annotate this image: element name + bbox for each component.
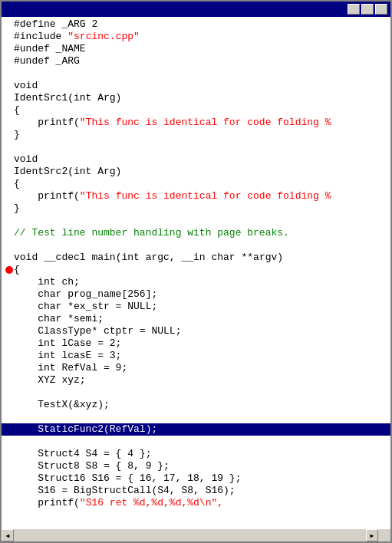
line-indicator [5,239,14,252]
code-line: printf("S16 ret %d,%d,%d,%d\n", [2,497,390,509]
code-line: char *ex_str = NULL; [2,301,390,313]
close-button[interactable] [375,4,387,15]
code-line: void __cdecl main(int argc, __in char **… [2,252,390,264]
line-indicator [5,313,14,325]
line-content: #undef _ARG [14,55,390,67]
line-content: Struct16 S16 = { 16, 17, 18, 19 }; [14,472,390,485]
line-content: char *semi; [14,313,390,325]
line-indicator [5,80,14,92]
line-indicator [5,448,14,460]
line-indicator [5,472,14,485]
line-indicator [5,178,14,190]
code-line: { [2,178,390,190]
line-content: #undef _NAME [14,43,390,55]
line-content: } [14,129,390,141]
scrollbar-corner [378,529,390,541]
code-line: void [2,153,390,166]
line-content: XYZ xyz; [14,374,390,387]
horizontal-scrollbar[interactable]: ◀ ▶ [2,529,378,541]
line-content: // Test line number handling with page b… [14,227,390,239]
line-indicator [5,288,14,301]
code-line: TestX(&xyz); [2,399,390,411]
code-line: char *semi; [2,313,390,325]
scroll-right-button[interactable]: ▶ [366,529,378,541]
line-indicator [5,104,14,117]
line-indicator [5,153,14,166]
line-content: } [14,202,390,215]
line-indicator [5,350,14,362]
line-content: printf("This func is identical for code … [14,117,390,129]
line-indicator [5,399,14,411]
line-content: int ch; [14,276,390,288]
line-indicator [5,92,14,104]
code-line: // Test line number handling with page b… [2,227,390,239]
scroll-left-button[interactable]: ◀ [2,529,14,541]
line-content [14,67,390,80]
line-content [14,411,390,423]
line-content: void __cdecl main(int argc, __in char **… [14,252,390,264]
line-content: StaticFunc2(RefVal); [14,423,390,436]
line-indicator [5,387,14,399]
line-content: char *ex_str = NULL; [14,301,390,313]
code-line: Struct16 S16 = { 16, 17, 18, 19 }; [2,472,390,485]
line-indicator [5,55,14,67]
breakpoint-icon [5,266,13,274]
code-line [2,239,390,252]
line-content [14,239,390,252]
title-bar [2,2,390,17]
line-content: IdentSrc1(int Arg) [14,92,390,104]
line-indicator [5,117,14,129]
line-content [14,215,390,227]
minimize-button[interactable] [348,4,360,15]
code-line: #undef _ARG [2,55,390,67]
code-line: } [2,202,390,215]
code-line [2,436,390,448]
code-line: printf("This func is identical for code … [2,190,390,202]
code-line: #undef _NAME [2,43,390,55]
code-line: printf("This func is identical for code … [2,117,390,129]
line-indicator [5,460,14,472]
line-indicator [5,43,14,55]
line-content: int lcasE = 3; [14,350,390,362]
scroll-track[interactable] [14,529,366,541]
code-line [2,141,390,153]
line-content [14,141,390,153]
line-content: S16 = BigStructCall(S4, S8, S16); [14,485,390,497]
code-line [2,67,390,80]
line-content: printf("S16 ret %d,%d,%d,%d\n", [14,497,390,509]
code-line: int ch; [2,276,390,288]
line-indicator [5,215,14,227]
code-line: IdentSrc1(int Arg) [2,92,390,104]
code-line [2,411,390,423]
main-window: #define _ARG 2#include "srcinc.cpp"#unde… [0,0,392,543]
title-buttons [348,4,387,15]
line-indicator [5,31,14,43]
line-content: Struct8 S8 = { 8, 9 }; [14,460,390,472]
line-content: { [14,104,390,117]
line-indicator [5,411,14,423]
line-content: int lCase = 2; [14,337,390,350]
code-line: #include "srcinc.cpp" [2,31,390,43]
code-area[interactable]: #define _ARG 2#include "srcinc.cpp"#unde… [2,17,390,529]
line-content [14,387,390,399]
line-content: #include "srcinc.cpp" [14,31,390,43]
code-line: S16 = BigStructCall(S4, S8, S16); [2,485,390,497]
maximize-button[interactable] [361,4,374,15]
line-indicator [5,423,14,436]
line-content: void [14,80,390,92]
code-line: StaticFunc2(RefVal); [2,423,390,436]
line-indicator [5,227,14,239]
code-line: XYZ xyz; [2,374,390,387]
code-line: int RefVal = 9; [2,362,390,374]
code-line: ClassType* ctptr = NULL; [2,325,390,337]
line-indicator [5,436,14,448]
code-line: Struct4 S4 = { 4 }; [2,448,390,460]
line-indicator [5,374,14,387]
code-line: char prog_name[256]; [2,288,390,301]
line-content [14,436,390,448]
line-indicator [5,276,14,288]
code-line [2,387,390,399]
line-content: char prog_name[256]; [14,288,390,301]
code-line: int lcasE = 3; [2,350,390,362]
line-content: Struct4 S4 = { 4 }; [14,448,390,460]
